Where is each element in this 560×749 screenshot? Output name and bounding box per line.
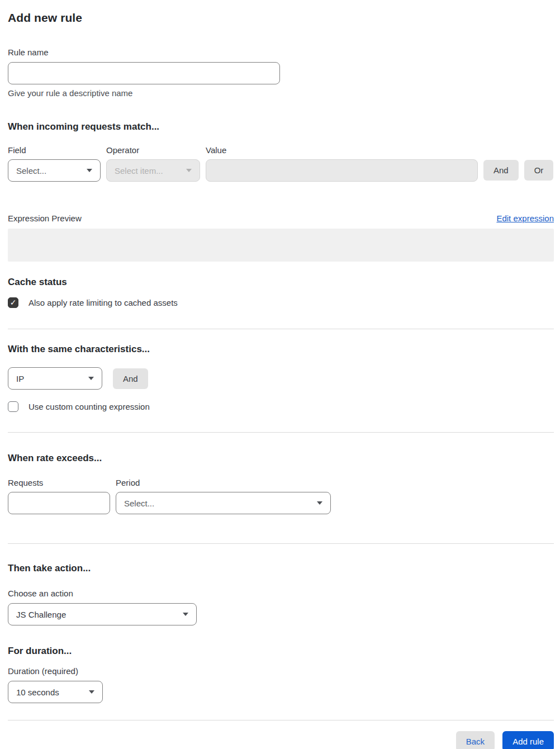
custom-counting-checkbox-label[interactable]: Use custom counting expression [29, 402, 150, 411]
duration-select[interactable]: 10 seconds [8, 681, 103, 703]
back-button[interactable]: Back [456, 731, 495, 749]
period-select[interactable]: Select... [116, 492, 331, 514]
rule-name-helper: Give your rule a descriptive name [8, 88, 554, 98]
chevron-down-icon [89, 690, 94, 694]
custom-counting-checkbox[interactable] [8, 401, 18, 412]
operator-select[interactable]: Select item... [106, 159, 200, 182]
expression-preview-label: Expression Preview [8, 214, 82, 223]
edit-expression-link[interactable]: Edit expression [496, 214, 554, 223]
match-section-heading: When incoming requests match... [8, 121, 554, 132]
chevron-down-icon [186, 169, 192, 172]
divider [8, 720, 554, 720]
characteristic-select[interactable]: IP [8, 367, 102, 390]
operator-label: Operator [106, 145, 200, 155]
field-select[interactable]: Select... [8, 159, 101, 182]
characteristics-section-heading: With the same characteristics... [8, 344, 554, 355]
period-label: Period [116, 478, 331, 487]
rule-name-label: Rule name [8, 48, 49, 57]
expression-preview-box [8, 229, 554, 262]
action-select-value: JS Challenge [16, 610, 66, 619]
chevron-down-icon [87, 169, 92, 172]
duration-section-heading: For duration... [8, 646, 554, 657]
cached-assets-checkbox-label[interactable]: Also apply rate limiting to cached asset… [29, 298, 178, 307]
period-select-value: Select... [124, 499, 154, 508]
rule-name-input[interactable] [8, 62, 280, 84]
characteristic-and-button[interactable]: And [113, 368, 148, 389]
chevron-down-icon [317, 501, 322, 505]
action-section-heading: Then take action... [8, 563, 554, 574]
value-input[interactable] [206, 159, 478, 182]
divider [8, 543, 554, 544]
or-button[interactable]: Or [524, 160, 554, 181]
and-button[interactable]: And [483, 160, 519, 181]
characteristic-select-value: IP [16, 374, 24, 383]
chevron-down-icon [183, 613, 188, 616]
field-label: Field [8, 145, 101, 155]
action-select[interactable]: JS Challenge [8, 603, 197, 625]
divider [8, 329, 554, 329]
requests-label: Requests [8, 478, 110, 487]
divider [8, 432, 554, 433]
field-select-value: Select... [16, 166, 46, 176]
choose-action-label: Choose an action [8, 589, 73, 598]
operator-select-value: Select item... [115, 166, 163, 176]
requests-input[interactable] [8, 492, 110, 514]
duration-label: Duration (required) [8, 666, 78, 676]
rate-section-heading: When rate exceeds... [8, 453, 554, 464]
cached-assets-checkbox[interactable]: ✓ [8, 297, 18, 308]
page-title: Add new rule [8, 11, 554, 25]
add-rule-form: Add new rule Rule name Give your rule a … [0, 0, 560, 749]
value-label: Value [206, 145, 478, 155]
cache-section-heading: Cache status [8, 277, 554, 288]
duration-select-value: 10 seconds [16, 688, 59, 697]
add-rule-button[interactable]: Add rule [502, 731, 554, 749]
chevron-down-icon [88, 377, 94, 380]
